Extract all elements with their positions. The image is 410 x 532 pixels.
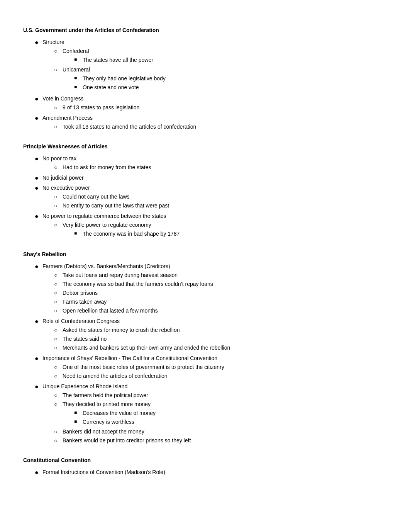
bullet-dot: ●	[35, 317, 42, 326]
section-title: Shay's Rebellion	[23, 250, 387, 258]
list-item: ● Farmers (Debtors) vs. Bankers/Merchant…	[23, 262, 387, 316]
list-item: ■ Decreases the value of money	[63, 409, 387, 417]
list-item: ○ Took all 13 states to amend the articl…	[42, 123, 387, 131]
bullet-dot: ●	[35, 382, 42, 391]
list-item-text: Take out loans and repay during harvest …	[63, 271, 387, 279]
list-item-text: They only had one legislative body	[83, 75, 387, 83]
bullet-dot: ●	[35, 114, 42, 122]
list-item-text: No judicial power	[42, 174, 387, 182]
list-item-text: Need to amend the articles of confederat…	[63, 372, 387, 380]
list-item: ■ The economy was in bad shape by 1787	[63, 230, 387, 238]
list-item-text: Farmers (Debtors) vs. Bankers/Merchants …	[42, 262, 387, 316]
list-item-text: Formal Instructions of Convention (Madis…	[42, 468, 387, 476]
bullet-circle: ○	[54, 391, 63, 399]
list-item: ○ The economy was so bad that the farmer…	[42, 280, 387, 288]
list-item-text: The farmers held the political power	[63, 391, 387, 399]
bullet-square: ■	[74, 75, 83, 82]
bullet-dot: ●	[35, 212, 42, 221]
bullet-dot: ●	[35, 95, 42, 103]
list-item-text: No power to regulate commerce between th…	[42, 212, 387, 240]
bullet-dot: ●	[35, 354, 42, 363]
bullet-circle: ○	[54, 66, 63, 74]
list-item: ● No executive power ○ Could not carry o…	[23, 184, 387, 211]
bullet-circle: ○	[54, 193, 63, 201]
list-item-text: Structure ○ Confederal ■ The states have…	[42, 38, 387, 93]
bullet-circle: ○	[54, 344, 63, 352]
list-item: ■ They only had one legislative body	[63, 75, 387, 83]
list-item-text: Open rebellion that lasted a few months	[63, 307, 387, 315]
bullet-square: ■	[74, 83, 83, 91]
bullet-circle: ○	[54, 221, 63, 229]
list-item-text: One state and one vote	[83, 83, 387, 92]
list-item: ○ Open rebellion that lasted a few month…	[42, 307, 387, 315]
list-item-text: Could not carry out the laws	[63, 193, 387, 201]
list-item-text: Unique Experience of Rhode Island ○ The …	[42, 382, 387, 445]
list-item: ● Unique Experience of Rhode Island ○ Th…	[23, 382, 387, 445]
section-title: Constitutional Convention	[23, 456, 387, 464]
list-item: ● Amendment Process ○ Took all 13 states…	[23, 114, 387, 132]
bullet-dot: ●	[35, 38, 42, 47]
list-item: ○ 9 of 13 states to pass legislation	[42, 104, 387, 112]
bullet-circle: ○	[54, 363, 63, 371]
list-item-text: 9 of 13 states to pass legislation	[63, 104, 387, 112]
list-item-text: The states said no	[63, 335, 387, 343]
list-item-text: No poor to tax ○ Had to ask for money fr…	[42, 155, 387, 172]
list-item: ■ One state and one vote	[63, 83, 387, 92]
bullet-circle: ○	[54, 372, 63, 380]
list-item: ○ They decided to printed more money ■ D…	[42, 400, 387, 427]
list-item: ○ Debtor prisons	[42, 289, 387, 297]
list-item: ○ Asked the states for money to crush th…	[42, 326, 387, 334]
section-principle-weaknesses: Principle Weaknesses of Articles ● No po…	[23, 143, 387, 240]
list-item-text: Debtor prisons	[63, 289, 387, 297]
section-constitutional-convention: Constitutional Convention ● Formal Instr…	[23, 456, 387, 477]
list-item-text: Decreases the value of money	[83, 409, 387, 417]
list-item-text: Farms taken away	[63, 298, 387, 306]
bullet-circle: ○	[54, 202, 63, 210]
bullet-circle: ○	[54, 335, 63, 343]
list-item: ○ Merchants and bankers set up their own…	[42, 344, 387, 352]
list-item: ■ The states have all the power	[63, 56, 387, 64]
list-item: ● No poor to tax ○ Had to ask for money …	[23, 155, 387, 172]
list-item: ○ The farmers held the political power	[42, 391, 387, 399]
list-item-text: Asked the states for money to crush the …	[63, 326, 387, 334]
bullet-circle: ○	[54, 104, 63, 112]
list-item-text: No entity to carry out the laws that wer…	[63, 202, 387, 210]
list-item: ○ Bankers did not accept the money	[42, 428, 387, 436]
bullet-square: ■	[74, 409, 83, 416]
list-item-text: Bankers would be put into creditor priso…	[63, 437, 387, 445]
list-item: ○ No entity to carry out the laws that w…	[42, 202, 387, 210]
list-item: ○ Need to amend the articles of confeder…	[42, 372, 387, 380]
section-shays-rebellion: Shay's Rebellion ● Farmers (Debtors) vs.…	[23, 250, 387, 445]
bullet-circle: ○	[54, 123, 63, 131]
list-item-text: No executive power ○ Could not carry out…	[42, 184, 387, 211]
list-item-text: They decided to printed more money ■ Dec…	[63, 400, 387, 427]
list-item: ● No judicial power	[23, 174, 387, 182]
list-item-text: One of the most basic roles of governmen…	[63, 363, 387, 371]
bullet-circle: ○	[54, 428, 63, 436]
list-item-text: The economy was so bad that the farmers …	[63, 280, 387, 288]
bullet-dot: ●	[35, 468, 42, 477]
list-item-text: Unicameral ■ They only had one legislati…	[63, 66, 387, 92]
list-item: ● Importance of Shays' Rebellion - The C…	[23, 354, 387, 381]
bullet-circle: ○	[54, 289, 63, 297]
list-item: ○ Could not carry out the laws	[42, 193, 387, 201]
list-item: ● Role of Confederation Congress ○ Asked…	[23, 317, 387, 353]
list-item: ○ Farms taken away	[42, 298, 387, 306]
list-item-text: Importance of Shays' Rebellion - The Cal…	[42, 354, 387, 381]
bullet-circle: ○	[54, 307, 63, 315]
bullet-dot: ●	[35, 174, 42, 182]
list-item: ■ Currency is worthless	[63, 418, 387, 426]
list-item: ● Formal Instructions of Convention (Mad…	[23, 468, 387, 477]
list-item-text: Merchants and bankers set up their own a…	[63, 344, 387, 352]
bullet-dot: ●	[35, 155, 42, 163]
list-item-text: The states have all the power	[83, 56, 387, 64]
bullet-circle: ○	[54, 163, 63, 172]
bullet-circle: ○	[54, 437, 63, 445]
bullet-dot: ●	[35, 184, 42, 192]
list-item: ● Vote in Congress ○ 9 of 13 states to p…	[23, 95, 387, 112]
list-item-text: Had to ask for money from the states	[63, 163, 387, 172]
list-item-text: The economy was in bad shape by 1787	[83, 230, 387, 238]
list-item: ● Structure ○ Confederal ■ The states ha…	[23, 38, 387, 93]
bullet-dot: ●	[35, 262, 42, 271]
list-item-text: Took all 13 states to amend the articles…	[63, 123, 387, 131]
